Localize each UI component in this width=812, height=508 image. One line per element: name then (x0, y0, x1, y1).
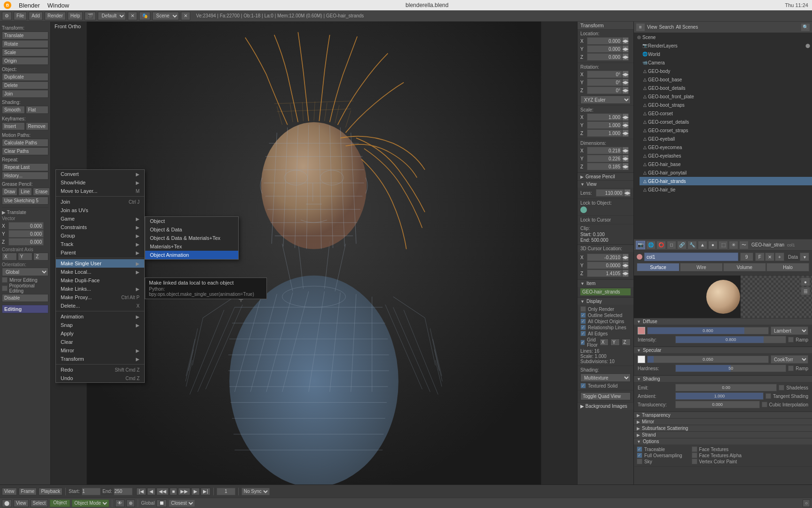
ctx-redo[interactable]: Redo Shift Cmd Z (56, 365, 144, 374)
outliner-geo-boot-details[interactable]: △ GEO-boot_details (640, 84, 812, 92)
ctx-snap[interactable]: Snap ▶ (56, 321, 144, 329)
face-textures-check[interactable] (692, 446, 697, 452)
draw-btn[interactable]: Draw (2, 188, 17, 196)
diffuse-color-swatch[interactable] (638, 327, 645, 334)
ctx-join-as-uvs[interactable]: Join as UVs (56, 206, 144, 214)
transparency-header[interactable]: ▶ Transparency (634, 412, 812, 418)
props-material-icon[interactable]: ● (708, 241, 718, 249)
cur-z-arrow[interactable]: ◀▶ (622, 270, 629, 277)
grid-z-btn[interactable]: Z (622, 339, 631, 346)
outliner-geo-corset-details[interactable]: △ GEO-corset_details (640, 118, 812, 126)
diffuse-header[interactable]: ▼ Diffuse (634, 318, 812, 325)
lens-arrow[interactable]: ◀▶ (624, 189, 631, 197)
display-header[interactable]: ▼ Display (578, 297, 633, 305)
scale-y-arrow[interactable]: ◀▶ (622, 121, 629, 129)
props-physics-icon[interactable]: 〜 (739, 241, 749, 249)
snap-btn[interactable]: 🔲 (156, 500, 167, 507)
history-btn[interactable]: History... (2, 172, 48, 180)
loc-y-input[interactable] (587, 45, 622, 53)
view-type-btn[interactable]: 👁 (115, 500, 125, 507)
props-render-icon[interactable]: 📷 (636, 241, 645, 249)
dim-z-arrow[interactable]: ◀▶ (622, 163, 629, 170)
outliner-world[interactable]: 🌐 World (640, 50, 812, 58)
diffuse-shader-select[interactable]: Lambert (771, 326, 808, 335)
vec-y-input[interactable] (8, 230, 44, 238)
outliner-geo-hair-ponytail[interactable]: △ GEO-hair_ponytail (640, 168, 812, 177)
remove-btn[interactable]: Remove (26, 122, 49, 130)
repeat-last-btn[interactable]: Repeat Last (2, 163, 48, 171)
shading-mode-select[interactable]: Multitexture (580, 373, 631, 382)
scale-z-arrow[interactable]: ◀▶ (622, 129, 629, 137)
scale-z-input[interactable] (587, 129, 622, 137)
cur-y-arrow[interactable]: ◀▶ (622, 262, 629, 269)
mat-f-btn[interactable]: F (755, 253, 765, 261)
grid-floor-check[interactable]: ✓ (580, 340, 585, 345)
end-frame-input[interactable] (114, 488, 133, 495)
clear-paths-btn[interactable]: Clear Paths (2, 147, 48, 155)
jump-start-btn[interactable]: |◀ (136, 488, 146, 495)
rot-z-arrow[interactable]: ◀▶ (622, 87, 629, 94)
relationship-lines-check[interactable]: ✓ (580, 325, 586, 330)
ctx-make-local[interactable]: Make Local... ▶ (56, 268, 144, 276)
outliner-geo-hair-base[interactable]: △ GEO-hair_base (640, 160, 812, 168)
tab-volume[interactable]: Volume (723, 263, 766, 271)
axis-x-btn[interactable]: X (2, 253, 17, 261)
scale-x-arrow[interactable]: ◀▶ (622, 113, 629, 121)
outliner-camera[interactable]: 📹 Camera (640, 58, 812, 67)
render-icon[interactable]: 🎬 (85, 12, 96, 20)
cur-x-arrow[interactable]: ◀▶ (622, 254, 629, 261)
play-rev-btn[interactable]: ◀◀ (156, 488, 169, 495)
ctx-parent[interactable]: Parent ▶ (56, 248, 144, 257)
delete-btn[interactable]: Delete (2, 81, 48, 89)
ramp-check[interactable] (788, 337, 794, 342)
rot-x-arrow[interactable]: ◀▶ (622, 71, 629, 78)
insert-btn[interactable]: Insert (2, 122, 25, 130)
flat-btn[interactable]: Flat (26, 106, 49, 114)
menu-blender[interactable]: Blender (19, 2, 40, 9)
props-texture-icon[interactable]: ⬚ (718, 241, 728, 249)
menu-window[interactable]: Window (47, 2, 69, 9)
mat-x-btn[interactable]: ✕ (765, 253, 774, 261)
outliner-geo-eyecornea[interactable]: △ GEO-eyecornea (640, 143, 812, 151)
pivot-btn[interactable]: ⊕ (126, 500, 135, 507)
rot-z-input[interactable] (587, 87, 622, 94)
sync-select[interactable]: No Sync (242, 488, 270, 495)
axis-y-btn[interactable]: Y (18, 253, 33, 261)
axis-z-btn[interactable]: Z (33, 253, 48, 261)
dim-y-input[interactable] (587, 155, 622, 162)
sss-header[interactable]: ▶ Subsurface Scattering (634, 425, 812, 431)
preview-flat-btn[interactable]: ● (801, 278, 810, 286)
background-images-header[interactable]: ▶ Background Images (578, 402, 633, 410)
mode-icon-btn[interactable]: ⬤ (2, 500, 12, 507)
use-sketching-btn[interactable]: Use Sketching 5 (2, 197, 48, 205)
view-menu-btn[interactable]: View (14, 500, 29, 507)
item-header[interactable]: ▼ Item (578, 279, 633, 287)
next-frame-btn[interactable]: ▶ (191, 488, 200, 495)
spec-color-swatch[interactable] (638, 356, 645, 363)
props-constraint-icon[interactable]: 🔗 (677, 241, 687, 249)
render-mode-select[interactable]: Default (98, 12, 126, 20)
props-data-icon[interactable]: ▲ (698, 241, 707, 249)
outliner-view-label[interactable]: View (647, 24, 657, 30)
rot-y-input[interactable] (587, 79, 622, 86)
vec-x-input[interactable] (8, 222, 44, 230)
timeline-view-btn[interactable]: View (2, 488, 17, 495)
cur-x-input[interactable] (587, 254, 622, 261)
calc-paths-btn[interactable]: Calculate Paths (2, 139, 48, 147)
grid-x-btn[interactable]: X (600, 339, 609, 346)
only-render-check[interactable] (580, 306, 586, 312)
ctx-group[interactable]: Group ▶ (56, 231, 144, 240)
ctx-make-single-user[interactable]: Make Single User ▶ (56, 259, 144, 268)
submenu-mats-tex[interactable]: Materials+Tex (145, 242, 238, 251)
current-frame-input[interactable] (217, 488, 235, 495)
ctx-delete[interactable]: Delete... X (56, 302, 144, 310)
mirror-editing-check[interactable] (2, 277, 8, 283)
scale-btn[interactable]: Scale (2, 48, 48, 56)
outliner-geo-boot-front[interactable]: △ GEO-boot_front_plate (640, 92, 812, 101)
orientation-select[interactable]: Global (2, 268, 48, 276)
grease-pencil-header[interactable]: ▶ Grease Pencil (578, 173, 633, 180)
tab-halo[interactable]: Halo (766, 263, 809, 271)
ctx-animation[interactable]: Animation ▶ (56, 312, 144, 321)
scene-select[interactable]: Scene (152, 12, 179, 20)
scene-icon[interactable]: 🎭 (139, 12, 150, 20)
